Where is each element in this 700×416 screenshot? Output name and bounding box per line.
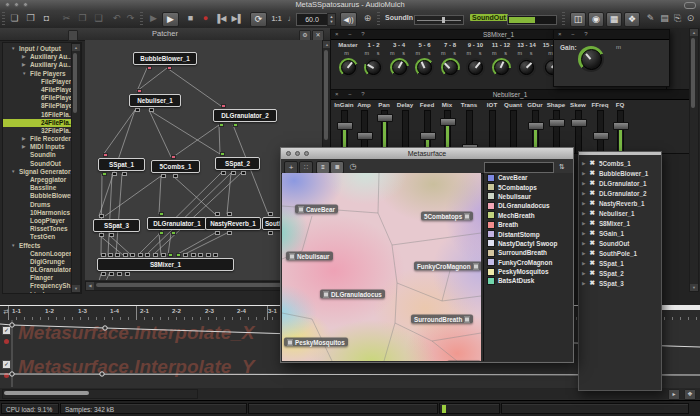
toolbar-toggle-button[interactable]	[684, 2, 696, 9]
palette-item[interactable]: FilePlayer	[3, 78, 73, 86]
mute-solo-labels[interactable]: m	[335, 50, 361, 57]
paste-icon[interactable]: ❑	[92, 12, 105, 25]
remove-icon[interactable]: ✖	[589, 229, 594, 237]
input-port-red[interactable]	[137, 89, 142, 93]
palette-item[interactable]: FrequencySh...	[3, 282, 73, 290]
output-port-red[interactable]	[147, 66, 152, 70]
palette-collapse-button[interactable]	[68, 30, 78, 41]
output-port-green[interactable]	[233, 123, 238, 127]
palette-item[interactable]: 6FilePlayer	[3, 94, 73, 102]
snapshot-chip[interactable]: Breath	[447, 361, 481, 362]
output-port-black[interactable]	[101, 272, 106, 276]
slider-handle[interactable]	[571, 119, 587, 127]
automation-x-record-indicator[interactable]	[4, 339, 9, 344]
palette-item[interactable]: RissetTones	[3, 225, 73, 233]
output-port-black[interactable]	[149, 108, 154, 112]
documents-icon[interactable]: ⎘	[671, 12, 684, 25]
mute-solo-labels[interactable]: m s	[463, 50, 489, 57]
gain-window-buttons[interactable]: × − ?	[558, 30, 592, 39]
palette-item[interactable]: 10Harmonics	[3, 209, 73, 217]
contraption-row[interactable]: ▶✖SoundOut	[579, 238, 661, 248]
history-icon[interactable]: ◷	[347, 161, 359, 172]
new-document-icon[interactable]: ❏	[8, 12, 21, 25]
output-port-green[interactable]	[102, 172, 107, 176]
contraption-row[interactable]: ▶✖DLGranulator_2	[579, 188, 661, 198]
sound-in-level-slider[interactable]	[414, 15, 464, 25]
output-port-black[interactable]	[227, 231, 232, 235]
remove-icon[interactable]: ✖	[589, 209, 594, 217]
output-port-green[interactable]	[159, 231, 164, 235]
snapshot-list-item[interactable]: DistantStomp	[484, 229, 573, 238]
slider-handle[interactable]	[528, 122, 544, 130]
patch-node[interactable]: SSpat_2	[215, 157, 260, 170]
toolbar-drag-handle[interactable]	[562, 12, 565, 25]
palette-item[interactable]: SoundIn	[3, 151, 73, 159]
channel-gain-knob[interactable]	[466, 58, 485, 77]
patch-node[interactable]: SSpat_3	[93, 219, 140, 232]
patch-node[interactable]: BubbleBlower_1	[133, 52, 197, 65]
remove-icon[interactable]: ✖	[589, 199, 594, 207]
remove-icon[interactable]: ✖	[589, 239, 594, 247]
contraption-row[interactable]: ▶✖5Combs_1	[579, 158, 661, 168]
palette-item[interactable]: TestGen	[3, 233, 73, 241]
toolbar-drag-handle[interactable]	[140, 12, 143, 25]
tree-collapse-icon[interactable]: ▶	[22, 61, 25, 69]
expand-icon[interactable]: ▶	[582, 181, 585, 186]
snapshot-list-item[interactable]: PeskyMosquitos	[484, 267, 573, 276]
remove-icon[interactable]: ✖	[589, 219, 594, 227]
tree-expand-icon[interactable]: ▼	[22, 70, 26, 78]
gain-panel-titlebar[interactable]: × − ?	[554, 30, 669, 40]
remove-icon[interactable]: ✖	[589, 169, 594, 177]
expand-icon[interactable]: ▶	[582, 281, 585, 286]
snapshot-list-item[interactable]: FunkyCroMagnon	[484, 258, 573, 267]
snapshot-list-item[interactable]: DLGranuladocus	[484, 201, 573, 210]
expand-icon[interactable]: ▶	[582, 241, 585, 246]
expand-icon[interactable]: ▶	[582, 271, 585, 276]
palette-item[interactable]: 4FilePlayer	[3, 86, 73, 94]
snapshot-chip[interactable]: Nebulisaur	[286, 252, 333, 261]
channel-gain-knob[interactable]	[441, 58, 460, 77]
slider-handle[interactable]	[613, 122, 629, 130]
output-port-black[interactable]	[109, 272, 114, 276]
palette-item[interactable]: LiveLooper	[3, 291, 73, 294]
input-port-black[interactable]	[268, 212, 273, 216]
palette-item[interactable]: ▶File Recorders	[3, 135, 73, 143]
channel-gain-knob[interactable]	[517, 58, 536, 77]
remove-icon[interactable]: ✖	[589, 279, 594, 287]
output-port-black[interactable]	[231, 171, 236, 175]
gain-knob[interactable]	[578, 46, 604, 72]
patch-node[interactable]: 5Combs_1	[151, 160, 200, 173]
input-port-black[interactable]	[115, 253, 120, 257]
mute-solo-labels[interactable]: m s	[514, 50, 540, 57]
palette-item[interactable]: 32FilePla...	[3, 127, 73, 135]
snapshot-list-item[interactable]: NastyDactyl Swoop	[484, 239, 573, 248]
patcher-view-button[interactable]: ◫	[570, 12, 586, 27]
channel-gain-knob[interactable]	[364, 58, 383, 77]
snapshot-chip[interactable]: SurroundBreath	[411, 315, 473, 324]
gain-mute-label[interactable]: m	[616, 44, 621, 50]
open-document-icon[interactable]: ❒	[24, 12, 37, 25]
metasurface-zoom-icon[interactable]	[304, 151, 309, 156]
redo-icon[interactable]: ↷	[124, 12, 137, 25]
palette-item[interactable]: CanonLooper	[3, 250, 73, 258]
slider-handle[interactable]	[377, 114, 393, 122]
mute-solo-labels[interactable]: m s	[412, 50, 438, 57]
tree-collapse-icon[interactable]: ▶	[22, 143, 25, 151]
patcher-close-icon[interactable]: ✕	[312, 30, 324, 41]
channel-gain-knob[interactable]	[390, 58, 409, 77]
input-port-black[interactable]	[206, 253, 211, 257]
patch-node[interactable]: DLGranulator_2	[213, 109, 277, 122]
toolbar-drag-handle[interactable]	[377, 12, 380, 25]
loop-button[interactable]: ⟳	[250, 12, 267, 27]
expand-icon[interactable]: ▶	[582, 251, 585, 256]
output-port-black[interactable]	[125, 272, 130, 276]
output-port-green[interactable]	[219, 123, 224, 127]
go-to-start-button[interactable]: ▐◀	[214, 12, 227, 25]
snapshot-chip[interactable]: PeskyMosquitos	[284, 338, 348, 347]
expand-icon[interactable]: ▶	[582, 211, 585, 216]
expand-icon[interactable]: ▶	[582, 231, 585, 236]
output-port-black[interactable]	[135, 108, 140, 112]
expand-icon[interactable]: ▶	[582, 201, 585, 206]
mute-solo-labels[interactable]: m s	[488, 50, 514, 57]
copy-icon[interactable]: ❐	[76, 12, 89, 25]
